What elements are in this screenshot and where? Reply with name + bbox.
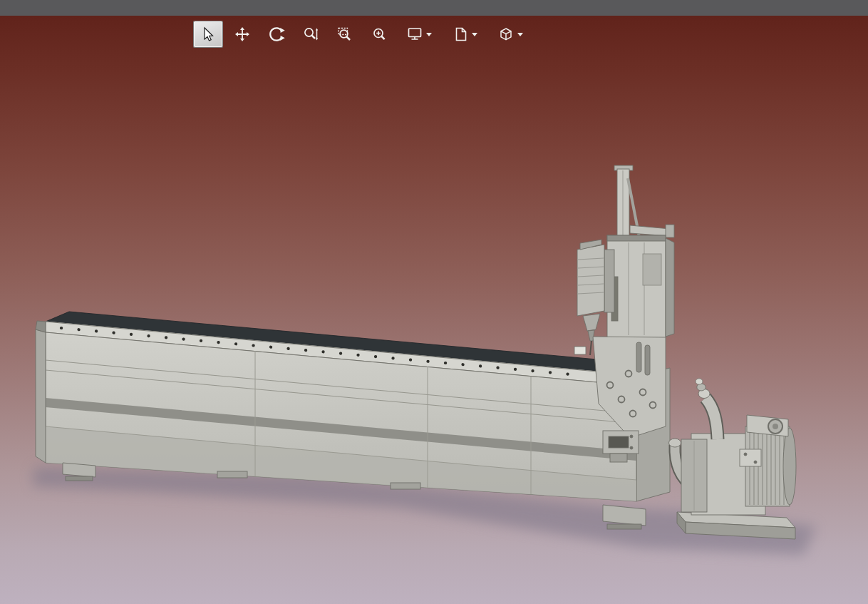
magnifier-area-icon [336, 26, 353, 43]
magnifier-arrow-icon [302, 26, 319, 43]
display-style-button[interactable] [399, 21, 439, 47]
view-orientation-button[interactable] [490, 21, 530, 47]
chevron-down-icon [426, 33, 432, 36]
appearance-button[interactable] [445, 21, 485, 47]
rotate-arrows-icon [267, 25, 286, 43]
pan-arrows-icon [234, 26, 251, 43]
viewport-3d[interactable] [0, 16, 868, 604]
window-titlebar [0, 0, 868, 16]
monitor-icon [406, 26, 423, 43]
pan-tool-button[interactable] [228, 21, 257, 47]
vacuum-pump[interactable] [669, 379, 797, 539]
chevron-down-icon [517, 33, 523, 36]
zoom-to-area-button[interactable] [331, 21, 359, 47]
machine-foot [63, 463, 95, 477]
zoom-to-fit-button[interactable] [365, 21, 393, 47]
chevron-down-icon [472, 33, 477, 36]
zoom-in-out-button[interactable] [296, 21, 325, 47]
rotate-view-button[interactable] [262, 21, 291, 47]
view-toolbar [194, 21, 530, 47]
magnifier-fit-icon [371, 26, 388, 43]
cursor-arrow-icon [200, 26, 217, 43]
document-corner-icon [452, 26, 469, 43]
select-tool-button[interactable] [194, 21, 222, 47]
cube-icon [497, 26, 515, 43]
cad-model-cnc-machine [0, 16, 868, 604]
